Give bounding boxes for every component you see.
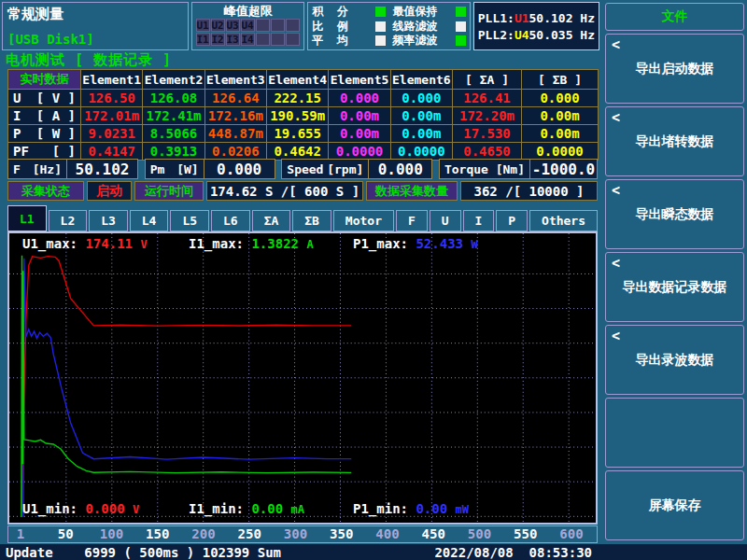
table-col-header: Element1	[81, 70, 143, 90]
mode-title: 常规测量	[7, 6, 183, 23]
tab-L6[interactable]: L6	[211, 210, 250, 231]
legend-unit: V	[133, 503, 139, 516]
tab-L3[interactable]: L3	[89, 210, 128, 231]
measurement-value: 0.000	[204, 159, 275, 179]
runtime-value: 174.62 S /[ 600 S ]	[206, 181, 363, 201]
measurement-group[interactable]: Pm[W]0.000	[145, 159, 275, 179]
tab-I[interactable]: I	[463, 210, 495, 231]
legend-P1_max[interactable]: P1_max: 52.433 W	[353, 236, 478, 251]
measurement-group[interactable]: Torque[Nm]-1000.0	[439, 159, 598, 179]
measurement-name: Pm	[150, 162, 165, 176]
measurement-label: Speed[rpm]	[281, 159, 369, 179]
sidebar-button-导出瞬态数据[interactable]: 导出瞬态数据<	[605, 179, 744, 249]
x-tick-500: 500	[468, 526, 491, 542]
measurement-unit: [Hz]	[33, 162, 62, 176]
sidebar-button-导出堵转数据[interactable]: 导出堵转数据<	[605, 106, 744, 176]
tab-U[interactable]: U	[430, 210, 461, 231]
toggle-row[interactable]: 最值保持	[393, 6, 466, 18]
toggle-row[interactable]: 比 例	[312, 21, 385, 33]
toggles-left-column: 积 分比 例平 均	[312, 6, 385, 47]
peak-cell-I3: I3	[226, 33, 240, 46]
sidebar-button-导出数据记录数据[interactable]: 导出数据记录数据<	[605, 252, 744, 322]
legend-P1_min[interactable]: P1_min: 0.00 mW	[353, 501, 469, 516]
x-axis: 150100150200250300350400450500550600	[7, 525, 598, 543]
tab-Others[interactable]: Others	[529, 210, 598, 231]
toggle-checkbox[interactable]	[456, 7, 466, 17]
value-cell-I8: 0.00m	[522, 107, 599, 125]
tab-ΣB[interactable]: ΣB	[292, 210, 331, 231]
toggle-label: 比 例	[312, 19, 347, 35]
legend-value: 0.00	[416, 501, 455, 516]
legend-U1_min[interactable]: U1_min: 0.000 V	[22, 501, 139, 516]
tab-P[interactable]: P	[496, 210, 528, 231]
sidebar-title: 文件	[605, 3, 744, 31]
toggle-label: 频率滤波	[393, 33, 438, 49]
sidebar-button-empty	[605, 398, 744, 468]
table-col-header: Element2	[143, 70, 204, 90]
table-corner: 实时数据	[8, 70, 81, 90]
table-col-header: Element5	[329, 70, 390, 90]
tab-F[interactable]: F	[396, 210, 428, 231]
toggle-checkbox[interactable]	[375, 35, 386, 46]
pll-row[interactable]: PLL2:U450.035 Hz	[478, 28, 595, 42]
toggle-checkbox[interactable]	[456, 21, 466, 32]
sidebar: 文件 导出启动数据<导出堵转数据<导出瞬态数据<导出数据记录数据<导出录波数据<…	[602, 0, 747, 560]
measurement-value: -1000.0	[530, 159, 598, 179]
acquisition-row: 采集状态 启动 运行时间 174.62 S /[ 600 S ] 数据采集数量 …	[7, 181, 598, 201]
tab-L5[interactable]: L5	[170, 210, 209, 231]
sidebar-button-导出启动数据[interactable]: 导出启动数据<	[605, 34, 744, 104]
legend-I1_min[interactable]: I1_min: 0.00 mA	[189, 501, 304, 516]
toggle-row[interactable]: 线路滤波	[393, 21, 466, 33]
row-param: PF	[13, 144, 29, 159]
toggle-row[interactable]: 频率滤波	[393, 35, 466, 47]
measurement-group[interactable]: F[Hz]50.102	[7, 159, 138, 179]
value-cell-U5: 0.000	[329, 90, 390, 107]
legend-U1_max[interactable]: U1_max: 174.11 V	[22, 236, 148, 251]
toggle-checkbox[interactable]	[375, 7, 386, 17]
legend-label: I1_min:	[189, 501, 251, 516]
pll-label: PLL1:	[478, 11, 514, 25]
value-cell-P2: 8.5066	[143, 125, 204, 143]
tab-Motor[interactable]: Motor	[333, 210, 394, 231]
value-cell-U7: 126.41	[453, 90, 522, 107]
measurement-group[interactable]: Speed[rpm]0.000	[281, 159, 432, 179]
legend-value: 1.3822	[251, 236, 306, 251]
peak-cell-I2: I2	[211, 33, 225, 46]
power-analyzer-screen: 常规测量 [USB Disk1] 峰值超限 U1U2U3U4I1I2I3I4 积…	[0, 0, 747, 560]
tab-L4[interactable]: L4	[130, 210, 169, 231]
peak-indicator-grid: U1U2U3U4I1I2I3I4	[196, 18, 301, 46]
acq-status-value: 启动	[87, 181, 132, 201]
value-cell-P6: 0.00m	[391, 125, 453, 143]
sample-count-value: 362 /[ 10000 ]	[460, 181, 598, 201]
toggle-checkbox[interactable]	[375, 21, 386, 32]
x-tick-450: 450	[422, 526, 445, 542]
legend-unit: mW	[456, 503, 469, 516]
table-col-header: [ ΣB ]	[522, 70, 599, 90]
x-tick-250: 250	[238, 526, 261, 542]
value-cell-I3: 172.16m	[205, 107, 267, 125]
sidebar-button-导出录波数据[interactable]: 导出录波数据<	[605, 325, 744, 395]
toggle-checkbox[interactable]	[456, 35, 466, 46]
peak-cell	[256, 19, 270, 32]
pll-row[interactable]: PLL1:U150.102 Hz	[478, 11, 595, 25]
toggle-row[interactable]: 平 均	[312, 35, 385, 47]
measurement-name: F	[13, 162, 21, 176]
x-tick-150: 150	[146, 526, 169, 542]
row-param-label: I[ A ]	[8, 107, 81, 125]
legend-value: 0.000	[85, 501, 133, 516]
mode-box: 常规测量 [USB Disk1]	[2, 2, 189, 50]
tab-L1[interactable]: L1	[7, 205, 47, 231]
toggle-row[interactable]: 积 分	[312, 6, 385, 18]
value-cell-P5: 0.00m	[329, 125, 390, 143]
sidebar-button-屏幕保存[interactable]: 屏幕保存	[605, 470, 744, 540]
legend-value: 52.433	[416, 236, 471, 251]
peak-row[interactable]: I1I2I3I4	[196, 33, 301, 46]
tab-L2[interactable]: L2	[49, 210, 88, 231]
legend-I1_max[interactable]: I1_max: 1.3822 A	[189, 236, 314, 251]
chart-legend-max: U1_max: 174.11 VI1_max: 1.3822 AP1_max: …	[9, 236, 596, 255]
table-col-header: Element4	[267, 70, 329, 90]
tab-ΣA[interactable]: ΣA	[252, 210, 291, 231]
peak-row[interactable]: U1U2U3U4	[196, 19, 301, 32]
series-U1	[21, 257, 351, 511]
value-cell-U3: 126.64	[205, 90, 267, 107]
